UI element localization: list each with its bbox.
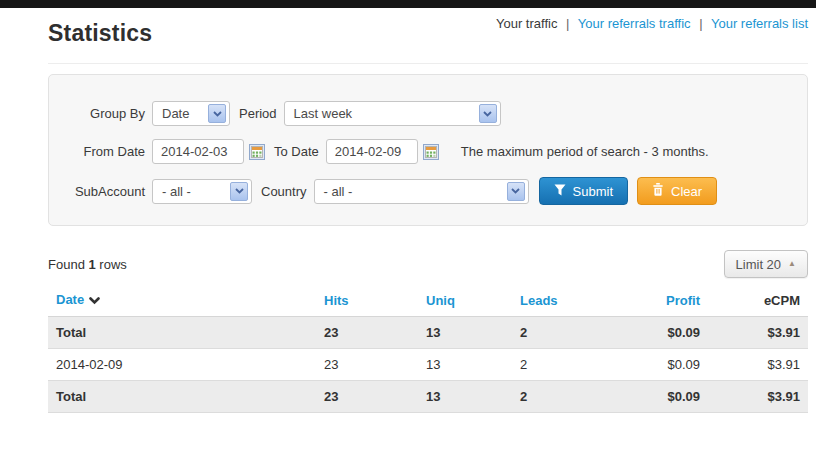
to-date-input[interactable]	[326, 139, 418, 164]
cell-uniq: 13	[418, 317, 512, 349]
cell-profit: $0.09	[606, 317, 708, 349]
cell-leads: 2	[512, 381, 606, 413]
submit-button[interactable]: Submit	[539, 177, 628, 205]
from-date-input[interactable]	[152, 139, 244, 164]
page-title: Statistics	[48, 20, 152, 47]
cell-leads: 2	[512, 317, 606, 349]
page-content: Statistics Your traffic | Your referrals…	[48, 8, 808, 413]
cell-ecpm: $3.91	[708, 317, 808, 349]
submit-label: Submit	[573, 184, 613, 199]
cell-uniq: 13	[418, 381, 512, 413]
filter-row-subaccount-country: SubAccount - all - Country - all - Submi…	[61, 177, 789, 205]
filter-row-group-period: Group By Date Period Last week	[61, 101, 789, 126]
found-suffix: rows	[99, 257, 126, 272]
cell-hits: 23	[316, 317, 418, 349]
nav-separator: |	[566, 16, 569, 31]
filter-row-dates: From Date To Date	[61, 139, 789, 164]
table-row-total-bottom: Total 23 13 2 $0.09 $3.91	[48, 381, 808, 413]
column-header-profit[interactable]: Profit	[606, 284, 708, 317]
filter-panel: Group By Date Period Last week From Date	[48, 74, 808, 226]
table-row-data: 2014-02-09 23 13 2 $0.09 $3.91	[48, 349, 808, 381]
from-date-label: From Date	[61, 144, 145, 159]
cell-date: Total	[48, 317, 316, 349]
group-by-label: Group By	[61, 106, 145, 121]
period-label: Period	[239, 106, 277, 121]
cell-hits: 23	[316, 349, 418, 381]
to-date-calendar-icon[interactable]	[423, 144, 439, 160]
clear-button[interactable]: Clear	[637, 177, 717, 205]
cell-ecpm: $3.91	[708, 381, 808, 413]
cell-profit: $0.09	[606, 349, 708, 381]
trash-icon	[652, 183, 664, 199]
max-period-note: The maximum period of search - 3 months.	[461, 144, 709, 159]
cell-date: Total	[48, 381, 316, 413]
page-header: Statistics Your traffic | Your referrals…	[48, 8, 808, 64]
nav-your-referrals-traffic[interactable]: Your referrals traffic	[578, 16, 691, 31]
top-black-bar	[0, 0, 816, 8]
table-header-row: Date Hits Uniq Leads Profit eCPM	[48, 284, 808, 317]
chevron-down-icon	[230, 182, 248, 201]
chevron-up-icon: ▲	[788, 260, 796, 268]
stats-table: Date Hits Uniq Leads Profit eCPM Total 2…	[48, 284, 808, 413]
chevron-down-icon	[208, 104, 226, 123]
country-select[interactable]: - all -	[314, 179, 529, 204]
results-bar: Found 1 rows Limit 20 ▲	[48, 250, 808, 278]
found-rows-text: Found 1 rows	[48, 257, 127, 272]
column-header-date[interactable]: Date	[48, 284, 316, 317]
period-value: Last week	[294, 106, 353, 121]
funnel-icon	[554, 184, 566, 199]
group-by-select[interactable]: Date	[152, 101, 230, 126]
cell-date: 2014-02-09	[48, 349, 316, 381]
limit-button[interactable]: Limit 20 ▲	[724, 250, 808, 278]
cell-profit: $0.09	[606, 381, 708, 413]
found-count: 1	[89, 257, 96, 272]
nav-your-traffic[interactable]: Your traffic	[496, 16, 557, 31]
clear-label: Clear	[671, 184, 702, 199]
chevron-down-icon	[479, 104, 497, 123]
nav-your-referrals-list[interactable]: Your referrals list	[711, 16, 808, 31]
to-date-label: To Date	[274, 144, 319, 159]
table-row-total-top: Total 23 13 2 $0.09 $3.91	[48, 317, 808, 349]
limit-label: Limit 20	[736, 257, 782, 272]
column-header-uniq[interactable]: Uniq	[418, 284, 512, 317]
cell-uniq: 13	[418, 349, 512, 381]
subaccount-value: - all -	[162, 184, 191, 199]
subaccount-label: SubAccount	[61, 184, 145, 199]
sort-desc-icon	[89, 293, 100, 308]
from-date-calendar-icon[interactable]	[249, 144, 265, 160]
period-select[interactable]: Last week	[284, 101, 501, 126]
top-nav: Your traffic | Your referrals traffic | …	[496, 16, 808, 31]
found-prefix: Found	[48, 257, 85, 272]
chevron-down-icon	[507, 182, 525, 201]
cell-hits: 23	[316, 381, 418, 413]
nav-separator: |	[699, 16, 702, 31]
cell-ecpm: $3.91	[708, 349, 808, 381]
column-header-ecpm: eCPM	[708, 284, 808, 317]
subaccount-select[interactable]: - all -	[152, 179, 252, 204]
country-label: Country	[261, 184, 307, 199]
country-value: - all -	[324, 184, 353, 199]
cell-leads: 2	[512, 349, 606, 381]
column-header-leads[interactable]: Leads	[512, 284, 606, 317]
group-by-value: Date	[162, 106, 189, 121]
column-header-hits[interactable]: Hits	[316, 284, 418, 317]
